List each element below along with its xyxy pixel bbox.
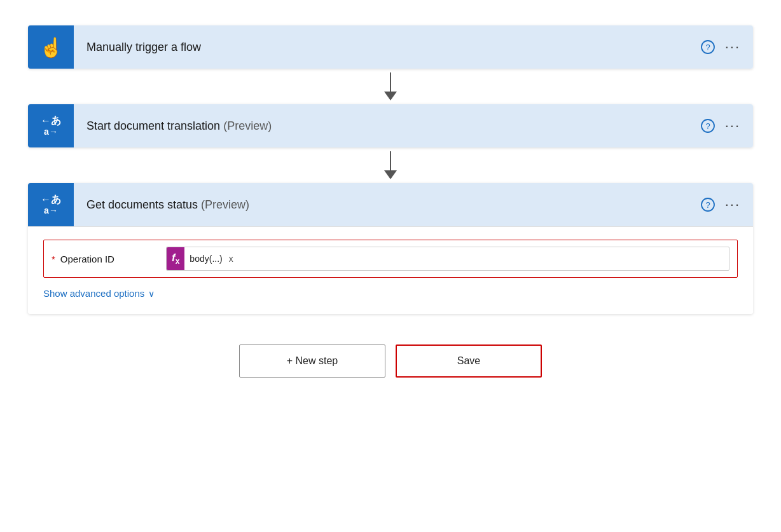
step-title-get-status: Get documents status (Preview) (74, 198, 701, 212)
manual-trigger-icon: ☝ (28, 25, 74, 69)
fx-close-button[interactable]: x (229, 254, 233, 264)
more-icon-start-translation[interactable]: ··· (725, 118, 740, 134)
arrow-connector-2 (384, 147, 397, 183)
bottom-buttons: + New step Save (239, 344, 542, 378)
step-card-get-status: ←あ a→ Get documents status (Preview) ? ·… (28, 183, 753, 314)
flow-container: ☝ Manually trigger a flow ? ··· (28, 25, 753, 378)
arrow-connector-1 (384, 69, 397, 104)
chevron-down-icon: ∨ (148, 289, 155, 299)
operation-id-value-area[interactable]: fx body(...) x (166, 247, 729, 271)
step-body-get-status: * Operation ID fx body(...) x Show advan… (28, 226, 753, 314)
step-actions-get-status: ? ··· (701, 196, 753, 213)
step-header-manual-trigger: ☝ Manually trigger a flow ? ··· (28, 25, 753, 69)
new-step-button[interactable]: + New step (239, 344, 385, 378)
operation-id-field-row: * Operation ID fx body(...) x (43, 240, 738, 278)
translate-icon-get-status: ←あ a→ (28, 183, 74, 226)
step-title-start-translation: Start document translation (Preview) (74, 119, 701, 133)
step-card-start-translation: ←あ a→ Start document translation (Previe… (28, 104, 753, 147)
arrow-head-2 (384, 170, 397, 179)
svg-text:?: ? (705, 121, 710, 131)
show-advanced-options-button[interactable]: Show advanced options ∨ (43, 288, 155, 299)
translate-icon-start: ←あ a→ (28, 104, 74, 147)
arrow-line-2 (390, 151, 391, 170)
help-icon-start-translation[interactable]: ? (701, 119, 715, 133)
step-header-start-translation: ←あ a→ Start document translation (Previe… (28, 104, 753, 147)
svg-text:?: ? (705, 200, 710, 210)
step-card-manual-trigger: ☝ Manually trigger a flow ? ··· (28, 25, 753, 69)
svg-text:?: ? (705, 43, 710, 52)
fx-tag: fx (167, 247, 184, 270)
more-icon-manual-trigger[interactable]: ··· (725, 39, 740, 55)
help-icon-manual-trigger[interactable]: ? (701, 40, 715, 54)
step-actions-manual-trigger: ? ··· (701, 39, 753, 55)
step-header-get-status: ←あ a→ Get documents status (Preview) ? ·… (28, 183, 753, 226)
step-title-manual-trigger: Manually trigger a flow (74, 41, 701, 54)
operation-id-label: * Operation ID (52, 254, 166, 264)
arrow-head-1 (384, 92, 397, 100)
required-star: * (52, 254, 55, 264)
more-icon-get-status[interactable]: ··· (725, 196, 740, 213)
step-actions-start-translation: ? ··· (701, 118, 753, 134)
arrow-line-1 (390, 72, 391, 92)
help-icon-get-status[interactable]: ? (701, 198, 715, 212)
fx-value-chip: body(...) x (184, 254, 238, 264)
save-button[interactable]: Save (396, 344, 542, 378)
